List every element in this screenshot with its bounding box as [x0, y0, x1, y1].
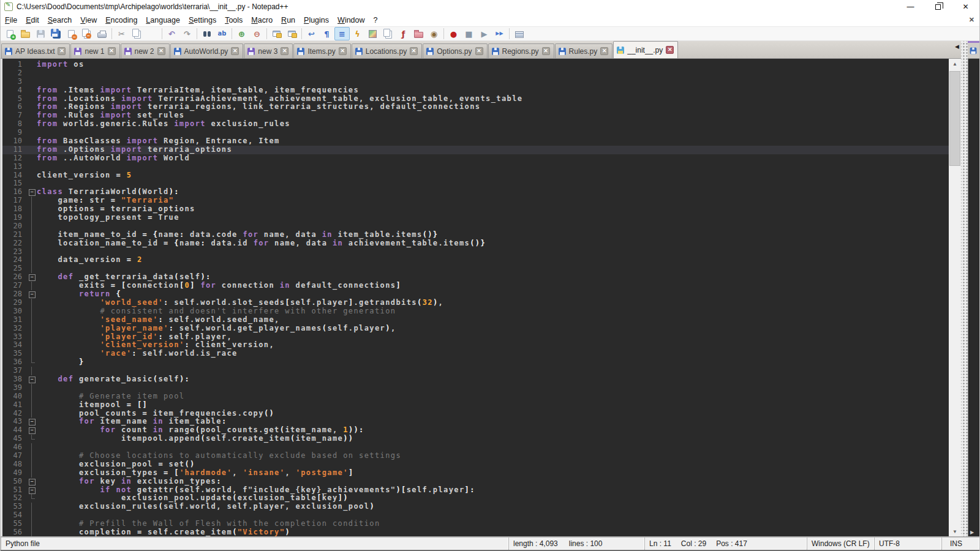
scroll-up-icon[interactable]: ▲: [949, 59, 961, 69]
tab-AutoWorld.py[interactable]: AutoWorld.py✕: [170, 43, 244, 58]
tab-close-icon[interactable]: ✕: [339, 47, 347, 55]
vertical-scrollbar[interactable]: ▲ ▼: [949, 59, 961, 536]
code-text: for key in exclusion_types:: [37, 478, 949, 486]
menu-item-run[interactable]: Run: [277, 15, 300, 26]
macro-edit-icon[interactable]: [511, 27, 527, 40]
status-insert-mode[interactable]: INS: [941, 537, 979, 550]
tab-close-icon[interactable]: ✕: [231, 47, 239, 55]
save-all-icon[interactable]: [48, 27, 64, 40]
menu-item-search[interactable]: Search: [43, 15, 77, 26]
sync-vertical-scroll-icon[interactable]: [269, 27, 284, 40]
scrollbar-track[interactable]: [949, 69, 961, 527]
new-file-icon[interactable]: +: [2, 27, 18, 40]
folder-as-workspace-icon[interactable]: [411, 27, 426, 40]
pane-splitter-handle[interactable]: [961, 41, 968, 536]
macro-record-icon[interactable]: ●: [446, 27, 461, 40]
tab-close-icon[interactable]: ✕: [58, 47, 66, 55]
menu-item-plugins[interactable]: Plugins: [300, 15, 333, 26]
tab-Rules.py[interactable]: Rules.py✕: [555, 43, 613, 58]
find-icon[interactable]: [199, 27, 214, 40]
close-all-docs-icon[interactable]: −: [79, 27, 94, 40]
close-document-icon[interactable]: ✕: [969, 16, 974, 24]
code-text: exclusion_pool = set(): [37, 460, 949, 469]
menu-item-settings[interactable]: Settings: [184, 15, 221, 26]
monitoring-icon[interactable]: ◉: [426, 27, 442, 40]
tab-__init__.py[interactable]: __init__.py✕: [613, 41, 678, 58]
fold-collapse-icon[interactable]: [27, 188, 37, 197]
tab-close-icon[interactable]: ✕: [108, 47, 116, 55]
fold-collapse-icon[interactable]: [27, 486, 37, 495]
function-list-icon[interactable]: ƒ: [396, 27, 411, 40]
scrollbar-thumb[interactable]: [949, 71, 960, 166]
menu-item-language[interactable]: Language: [141, 15, 184, 26]
tab-scroll-left-icon[interactable]: ◀: [953, 43, 961, 50]
redo-icon[interactable]: ↷: [179, 27, 195, 40]
word-wrap-icon[interactable]: ↩: [304, 27, 319, 40]
code-text: from ..AutoWorld import World: [37, 154, 949, 163]
tab-AP Ideas.txt[interactable]: AP Ideas.txt✕: [1, 43, 70, 58]
line-number: 30: [2, 307, 27, 316]
close-button[interactable]: ✕: [952, 0, 979, 13]
menu-item-[interactable]: ?: [369, 15, 382, 26]
fold-collapse-icon[interactable]: [27, 426, 37, 435]
tab-new 1[interactable]: new 1✕: [70, 43, 119, 58]
secondary-pane-tab[interactable]: [968, 41, 979, 59]
paste-icon[interactable]: [145, 27, 160, 40]
zoom-in-icon[interactable]: ⊕: [234, 27, 249, 40]
scroll-down-icon[interactable]: ▼: [949, 527, 961, 536]
restore-button[interactable]: [924, 0, 952, 13]
menu-item-window[interactable]: Window: [333, 15, 369, 26]
tab-Regions.py[interactable]: Regions.py✕: [488, 43, 554, 58]
document-map-icon[interactable]: [365, 27, 380, 40]
tab-new 2[interactable]: new 2✕: [121, 43, 170, 58]
show-all-characters-icon[interactable]: ¶: [319, 27, 334, 40]
macro-play-icon[interactable]: ▶: [477, 27, 492, 40]
secondary-scroll-right-icon[interactable]: ▶: [970, 530, 974, 535]
tab-close-icon[interactable]: ✕: [410, 47, 418, 55]
fold-collapse-icon[interactable]: [27, 418, 37, 426]
undo-icon[interactable]: ↶: [164, 27, 179, 40]
saved-floppy-icon: [617, 47, 624, 54]
menu-item-tools[interactable]: Tools: [221, 15, 247, 26]
fold-collapse-icon[interactable]: [27, 478, 37, 486]
tab-close-icon[interactable]: ✕: [666, 46, 674, 54]
open-folder-icon[interactable]: [18, 27, 33, 40]
zoom-out-icon[interactable]: ⊖: [249, 27, 265, 40]
tab-close-icon[interactable]: ✕: [542, 47, 550, 55]
menu-item-encoding[interactable]: Encoding: [101, 15, 141, 26]
menu-item-view[interactable]: View: [76, 15, 101, 26]
cut-icon[interactable]: ✂: [114, 27, 129, 40]
tab-close-icon[interactable]: ✕: [475, 47, 483, 55]
tab-new 3[interactable]: new 3✕: [244, 43, 293, 58]
code-area[interactable]: 1import os234from .Items import Terraria…: [2, 59, 949, 536]
code-text: 'seed_name': self.world.seed_name,: [37, 316, 949, 324]
menu-item-edit[interactable]: Edit: [21, 15, 43, 26]
tab-close-icon[interactable]: ✕: [600, 47, 608, 55]
tab-Options.py[interactable]: Options.py✕: [423, 43, 487, 58]
macro-stop-icon[interactable]: ■: [461, 27, 477, 40]
minimize-button[interactable]: —: [897, 0, 924, 13]
document-list-icon[interactable]: [380, 27, 396, 40]
fold-collapse-icon[interactable]: [27, 290, 37, 299]
secondary-pane-body[interactable]: ▶: [968, 59, 979, 536]
fold-collapse-icon[interactable]: [27, 273, 37, 282]
tab-Items.py[interactable]: Items.py✕: [293, 43, 350, 58]
sync-horizontal-scroll-icon[interactable]: [284, 27, 300, 40]
close-doc-icon[interactable]: −: [64, 27, 79, 40]
status-encoding[interactable]: UTF-8: [874, 537, 941, 550]
fold-collapse-icon[interactable]: [27, 375, 37, 384]
copy-icon[interactable]: [129, 27, 145, 40]
tab-Locations.py[interactable]: Locations.py✕: [352, 43, 422, 58]
status-eol-format[interactable]: Windows (CR LF): [807, 537, 874, 550]
function-completion-icon[interactable]: ϟ: [350, 27, 365, 40]
tab-label: AutoWorld.py: [184, 47, 228, 56]
menu-item-macro[interactable]: Macro: [247, 15, 277, 26]
tab-close-icon[interactable]: ✕: [157, 47, 165, 55]
print-icon[interactable]: [94, 27, 110, 40]
replace-icon[interactable]: ab: [214, 27, 230, 40]
menu-item-file[interactable]: File: [1, 15, 21, 26]
tab-close-icon[interactable]: ✕: [281, 47, 288, 55]
macro-run-multiple-icon[interactable]: ▶▶: [492, 27, 507, 40]
indent-guide-icon[interactable]: ≡: [334, 27, 350, 40]
save-icon[interactable]: [33, 27, 48, 40]
